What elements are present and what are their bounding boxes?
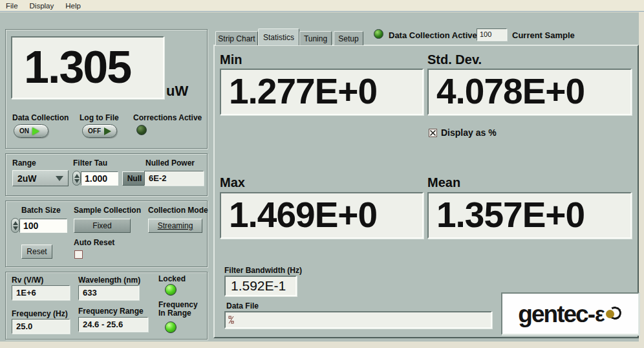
range-value: 2uW	[17, 173, 37, 184]
reset-button[interactable]: Reset	[21, 245, 52, 259]
display-as-pct-label: Display as %	[441, 127, 497, 138]
mean-value: 1.357E+0	[429, 193, 630, 236]
std-dev-heading: Std. Dev.	[427, 52, 482, 67]
gentec-logo-epsilon: ε	[595, 303, 605, 325]
toggle-arrow-icon	[104, 127, 111, 135]
corrections-active-label: Corrections Active	[133, 113, 202, 122]
batch-size-field[interactable]: 100	[19, 219, 67, 233]
auto-reset-label: Auto Reset	[74, 238, 114, 247]
filter-bandwidth-value: 1.592E-1	[226, 277, 295, 294]
sample-collection-label: Sample Collection	[74, 206, 141, 215]
range-label: Range	[12, 158, 36, 168]
menu-display[interactable]: Display	[24, 1, 60, 11]
current-sample-label: Current Sample	[512, 30, 575, 40]
display-as-pct-checkbox[interactable]	[429, 129, 437, 137]
spin-down-icon	[74, 179, 80, 183]
menu-file[interactable]: File	[0, 1, 24, 11]
spin-up-icon	[13, 221, 18, 225]
auto-reset-checkbox[interactable]	[74, 250, 83, 259]
wavelength-label: Wavelength (nm)	[78, 276, 140, 285]
chevron-down-icon	[56, 176, 63, 181]
check-x-icon	[429, 129, 436, 136]
spin-up-icon	[74, 174, 80, 178]
data-collection-toggle[interactable]: ON	[14, 124, 48, 138]
max-value: 1.469E+0	[221, 193, 422, 236]
frequency-label: Frequency (Hz)	[12, 309, 68, 318]
data-collection-active-label: Data Collection Active	[389, 30, 477, 40]
range-group: Range 2uW Filter Tau 1.000 Null Nulled P…	[5, 153, 208, 196]
collection-mode-button[interactable]: Streaming	[148, 219, 202, 233]
menu-bar: File Display Help	[0, 0, 644, 12]
tab-setup[interactable]: Setup	[334, 31, 363, 45]
locked-label: Locked	[158, 274, 186, 283]
range-dropdown[interactable]: 2uW	[12, 170, 69, 186]
log-to-file-toggle[interactable]: OFF	[82, 124, 117, 138]
null-button[interactable]: Null	[122, 171, 147, 186]
min-value: 1.277E+0	[221, 70, 422, 113]
power-reading-display: 1.305	[11, 36, 164, 99]
frequency-range-display: 24.6 - 25.6	[78, 317, 148, 332]
nulled-power-label: Nulled Power	[145, 158, 195, 168]
log-to-file-label: Log to File	[80, 113, 119, 122]
filter-bandwidth-display: 1.592E-1	[224, 276, 297, 296]
frequency-in-range-label: Frequency In Range	[158, 301, 205, 318]
spin-down-icon	[13, 226, 18, 230]
locked-led	[165, 284, 177, 296]
statistics-panel: Min 1.277E+0 Std. Dev. 4.078E+0 Display …	[213, 45, 639, 338]
rv-value: 1E+6	[12, 286, 69, 298]
menu-help[interactable]: Help	[59, 1, 87, 11]
std-dev-display: 4.078E+0	[427, 69, 632, 115]
reading-group: 1.305 uW Data Collection Log to File Cor…	[5, 29, 208, 149]
log-to-file-toggle-state: OFF	[88, 127, 101, 135]
path-glyph-icon	[228, 316, 234, 324]
tab-strip: Strip Chart Statistics Tuning Setup	[215, 28, 363, 45]
std-dev-value: 4.078E+0	[429, 70, 630, 113]
corrections-active-led	[136, 125, 147, 135]
filter-tau-field[interactable]: 1.000	[81, 171, 118, 186]
rv-label: Rv (V/W)	[12, 276, 43, 285]
rv-display: 1E+6	[12, 285, 70, 300]
collection-mode-label: Collection Mode	[148, 206, 208, 215]
display-as-pct-control[interactable]: Display as %	[429, 127, 497, 138]
sensor-group: Rv (V/W) 1E+6 Wavelength (nm) 633 Locked…	[5, 272, 208, 340]
data-file-label: Data File	[226, 301, 259, 310]
batch-size-spinner[interactable]	[11, 218, 19, 233]
power-unit-label: uW	[166, 83, 188, 100]
data-collection-toggle-state: ON	[19, 127, 29, 135]
nulled-power-display: 6E-2	[144, 171, 204, 186]
tab-tuning[interactable]: Tuning	[299, 31, 332, 45]
wavelength-value: 633	[79, 286, 138, 298]
max-heading: Max	[220, 175, 245, 190]
frequency-display: 25.0	[12, 319, 70, 334]
wavelength-display: 633	[78, 285, 139, 300]
frequency-range-value: 24.6 - 25.6	[79, 318, 147, 329]
gentec-logo-o-icon	[606, 305, 623, 322]
filter-bandwidth-label: Filter Bandwidth (Hz)	[224, 266, 302, 275]
frequency-in-range-led	[165, 321, 177, 333]
max-display: 1.469E+0	[220, 192, 424, 239]
data-collection-active-led	[374, 29, 383, 39]
min-heading: Min	[220, 52, 242, 67]
batch-group: Batch Size 100 Sample Collection Fixed C…	[5, 201, 208, 267]
sample-collection-button[interactable]: Fixed	[74, 219, 131, 233]
filter-tau-label: Filter Tau	[73, 158, 107, 168]
current-sample-value: 100	[477, 29, 506, 38]
frequency-range-label: Frequency Range	[78, 307, 144, 316]
tab-strip-chart[interactable]: Strip Chart	[215, 31, 258, 45]
mean-display: 1.357E+0	[427, 192, 632, 239]
gentec-logo: gentec - ε	[501, 292, 639, 335]
mean-heading: Mean	[427, 175, 460, 190]
min-display: 1.277E+0	[220, 69, 424, 115]
filter-tau-spinner[interactable]	[72, 171, 81, 186]
toggle-arrow-icon	[32, 127, 39, 135]
current-sample-display: 100	[477, 28, 507, 41]
tab-statistics[interactable]: Statistics	[258, 28, 299, 45]
batch-size-label: Batch Size	[21, 206, 61, 215]
frequency-value: 25.0	[12, 320, 69, 331]
gentec-logo-text: gentec	[518, 302, 587, 326]
nulled-power-value: 6E-2	[145, 171, 203, 183]
logo-dot-icon	[606, 310, 614, 318]
data-file-path-input[interactable]	[224, 311, 492, 329]
power-reading-value: 1.305	[12, 38, 163, 97]
data-collection-label: Data Collection	[12, 113, 69, 122]
